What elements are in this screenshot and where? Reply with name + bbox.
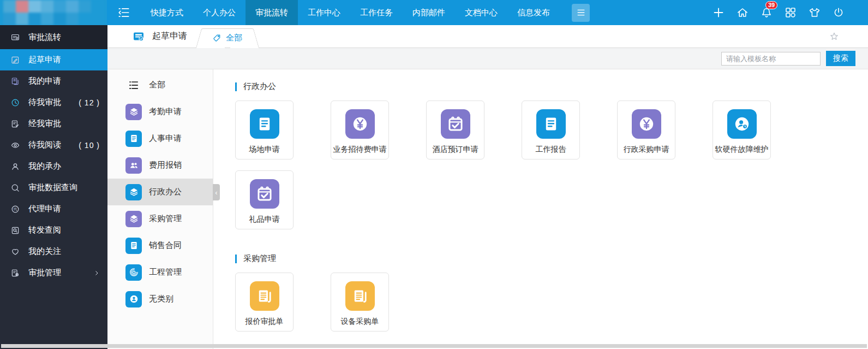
tab-all[interactable]: 全部 — [202, 28, 252, 48]
top-nav-item-2[interactable]: 审批流转 — [246, 0, 298, 25]
proxy-icon: 代 — [10, 204, 20, 214]
top-nav-item-6[interactable]: 文档中心 — [455, 0, 507, 25]
body: 审批流转 起草申请我的申请待我审批( 12 )经我审批待我阅读( 10 )我的承… — [0, 25, 868, 349]
layers-icon — [125, 184, 142, 200]
search-button[interactable]: 搜索 — [826, 51, 855, 66]
sidebar-item-7[interactable]: 代代理申请 — [0, 198, 107, 220]
heart-icon — [10, 247, 20, 257]
collapse-menu-icon[interactable] — [107, 0, 141, 25]
sidebar-item-10[interactable]: 审批管理 — [0, 262, 107, 283]
users-icon — [125, 157, 142, 174]
topbar: 快捷方式个人办公审批流转工作中心工作任务内部邮件文档中心信息发布 39 — [0, 0, 868, 25]
top-nav-item-0[interactable]: 快捷方式 — [141, 0, 193, 25]
template-card[interactable]: 设备采购单 — [331, 273, 389, 332]
app-logo — [0, 0, 107, 25]
sidebar-header[interactable]: 审批流转 — [0, 25, 107, 49]
doc-icon — [125, 131, 142, 147]
person-badge-icon — [125, 291, 142, 307]
approval-manage-icon — [10, 268, 20, 278]
sidebar-item-9[interactable]: 我的关注 — [0, 241, 107, 262]
theme-button[interactable] — [807, 5, 822, 20]
pending-read-icon — [10, 140, 20, 150]
template-card[interactable]: 报价审批单 — [235, 273, 294, 332]
sidebar-header-label: 审批流转 — [28, 32, 61, 43]
template-card[interactable]: 酒店预订申请 — [426, 100, 484, 159]
top-nav-item-3[interactable]: 工作中心 — [298, 0, 350, 25]
doc-icon — [536, 109, 566, 139]
category-item-4[interactable]: 行政办公 — [107, 179, 213, 205]
category-item-7[interactable]: 工程管理 — [107, 259, 213, 286]
home-button[interactable] — [735, 5, 750, 20]
category-item-3[interactable]: 费用报销 — [107, 152, 213, 179]
content: 起草申请 全部 搜索 全部考勤申请人事申请费用报销行政办公采购管理销售合同工程管… — [107, 25, 868, 349]
sidebar-item-8[interactable]: 转发查阅 — [0, 220, 107, 241]
top-nav-item-1[interactable]: 个人办公 — [193, 0, 246, 25]
top-nav-item-4[interactable]: 工作任务 — [350, 0, 403, 25]
layers-icon — [125, 211, 142, 227]
power-icon — [832, 6, 845, 19]
power-button[interactable] — [831, 5, 846, 20]
top-nav-item-7[interactable]: 信息发布 — [507, 0, 560, 25]
sidebar-item-2[interactable]: 待我审批( 12 ) — [0, 92, 107, 113]
card-grid: 场地申请业务招待费申请酒店预订申请工作报告行政采购申请软硬件故障维护礼品申请 — [235, 100, 846, 229]
bottom-scrollbar[interactable] — [1, 344, 867, 348]
my-application-icon — [10, 76, 20, 86]
doc-icon — [250, 109, 279, 139]
category-item-2[interactable]: 人事申请 — [107, 125, 213, 152]
top-nav: 快捷方式个人办公审批流转工作中心工作任务内部邮件文档中心信息发布 — [141, 0, 560, 25]
breadcrumb: 起草申请 — [107, 25, 202, 48]
star-icon[interactable] — [829, 31, 840, 42]
hamburger-icon[interactable] — [572, 4, 590, 22]
template-section: 行政办公场地申请业务招待费申请酒店预订申请工作报告行政采购申请软硬件故障维护礼品… — [235, 81, 868, 229]
chevron-right-icon — [93, 270, 100, 276]
template-area: 行政办公场地申请业务招待费申请酒店预订申请工作报告行政采购申请软硬件故障维护礼品… — [213, 69, 868, 349]
template-card[interactable]: 工作报告 — [522, 100, 580, 159]
search-input[interactable] — [721, 52, 821, 66]
doc-check-icon — [132, 30, 145, 43]
approved-by-me-icon — [10, 119, 20, 129]
template-card[interactable]: 行政采购申请 — [617, 100, 675, 159]
collapse-panel-handle[interactable]: ‹ — [213, 184, 220, 200]
workspace: 全部考勤申请人事申请费用报销行政办公采购管理销售合同工程管理无类别 ‹ 行政办公… — [107, 69, 868, 349]
list-icon — [128, 79, 140, 91]
category-item-0[interactable]: 全部 — [107, 72, 213, 98]
category-item-1[interactable]: 考勤申请 — [107, 98, 213, 125]
my-undertaking-icon — [10, 162, 20, 171]
category-item-6[interactable]: 销售合同 — [107, 232, 213, 259]
template-card[interactable]: 礼品申请 — [235, 170, 294, 229]
sidebar-item-3[interactable]: 经我审批 — [0, 113, 107, 134]
sidebar-item-0[interactable]: 起草申请 — [0, 49, 107, 70]
yen-icon — [345, 109, 375, 139]
category-item-8[interactable]: 无类别 — [107, 286, 213, 312]
template-section: 采购管理报价审批单设备采购单 — [235, 253, 868, 332]
item-count: ( 10 ) — [79, 141, 100, 150]
category-panel: 全部考勤申请人事申请费用报销行政办公采购管理销售合同工程管理无类别 ‹ — [107, 69, 213, 349]
calendar-check-icon — [250, 179, 279, 209]
tab-bar: 起草申请 全部 — [107, 25, 868, 48]
doc-icon — [125, 238, 142, 254]
sidebar-item-6[interactable]: 审批数据查询 — [0, 177, 107, 198]
section-title: 行政办公 — [235, 81, 868, 92]
sidebar-item-4[interactable]: 待我阅读( 10 ) — [0, 134, 107, 156]
add-button[interactable] — [711, 5, 726, 20]
svg-text:代: 代 — [13, 207, 17, 211]
template-card[interactable]: 场地申请 — [235, 100, 294, 159]
tab-label: 全部 — [226, 33, 242, 43]
search-toolbar: 搜索 — [107, 48, 868, 69]
card-grid: 报价审批单设备采购单 — [235, 273, 846, 332]
apps-button[interactable] — [783, 5, 798, 20]
item-count: ( 12 ) — [79, 98, 100, 107]
template-card[interactable]: 软硬件故障维护 — [713, 100, 771, 159]
invoice-icon — [250, 281, 279, 311]
pending-approval-icon — [10, 98, 20, 108]
invoice-icon — [345, 281, 375, 311]
sidebar-item-1[interactable]: 我的申请 — [0, 70, 107, 92]
notifications-button[interactable]: 39 — [759, 5, 774, 20]
category-item-5[interactable]: 采购管理 — [107, 205, 213, 232]
sidebar-item-5[interactable]: 我的承办 — [0, 156, 107, 177]
title-bar — [235, 82, 237, 91]
template-card[interactable]: 业务招待费申请 — [331, 100, 389, 159]
forward-read-icon — [10, 226, 20, 235]
top-nav-item-5[interactable]: 内部邮件 — [403, 0, 455, 25]
sidebar-menu: 起草申请我的申请待我审批( 12 )经我审批待我阅读( 10 )我的承办审批数据… — [0, 49, 107, 283]
